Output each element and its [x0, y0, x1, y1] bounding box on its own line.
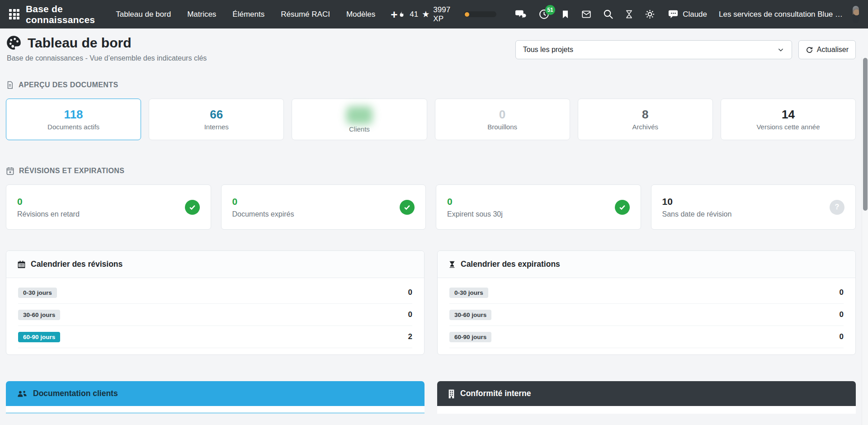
archives-value: 8: [642, 108, 648, 121]
nav-item-tableau-de-bord[interactable]: Tableau de bord: [116, 10, 171, 19]
nav-links: Tableau de bord Matrices Éléments Résumé…: [116, 10, 375, 19]
range-badge-highlighted: 60-90 jours: [18, 332, 60, 342]
panel-title: Documentation clients: [33, 389, 118, 398]
panel-calendrier-expirations: Calendrier des expirations 0-30 jours 0 …: [437, 250, 856, 355]
range-badge: 0-30 jours: [449, 288, 488, 298]
gamification-cluster: 41 ★ 3997 XP: [397, 5, 496, 24]
internes-value: 66: [210, 108, 223, 121]
nav-item-modeles[interactable]: Modèles: [346, 10, 375, 19]
panel-body-strip: [6, 412, 425, 414]
building-icon: [448, 389, 455, 398]
calendar-panels-row: Calendrier des révisions 0-30 jours 0 30…: [6, 250, 856, 355]
nav-item-resume-raci[interactable]: Résumé RACI: [281, 10, 330, 19]
document-icon: [6, 80, 14, 90]
app-brand[interactable]: Base de connaissances: [9, 4, 95, 25]
scrollbar-thumb[interactable]: [863, 58, 868, 211]
row-value: 0: [840, 332, 844, 341]
app-title[interactable]: Base de connaissances: [26, 4, 95, 25]
page-scrollbar[interactable]: [862, 57, 868, 425]
versions-annee-label: Versions cette année: [756, 123, 820, 131]
refresh-button[interactable]: Actualiser: [798, 40, 856, 59]
row-value: 2: [408, 332, 412, 341]
range-badge: 30-60 jours: [18, 310, 60, 320]
expiration-row-60-90: 60-90 jours 0: [449, 326, 844, 348]
revisions-en-retard-value: 0: [17, 196, 80, 207]
documents-actifs-value: 118: [64, 108, 83, 121]
archives-label: Archivés: [632, 123, 659, 131]
users-icon: [17, 389, 28, 398]
stat-documents-expires[interactable]: 0 Documents expirés: [221, 184, 426, 230]
xp-count: 3997 XP: [433, 5, 458, 24]
revision-row-0-30: 0-30 jours 0: [18, 282, 412, 304]
calendar-x-icon: [6, 166, 14, 175]
gear-icon[interactable]: [645, 9, 655, 19]
card-versions-annee[interactable]: 14 Versions cette année: [721, 99, 856, 140]
page-header: Tableau de bord Base de connaissances - …: [6, 35, 856, 62]
row-value: 0: [408, 310, 412, 319]
assistant-menu[interactable]: Claude: [668, 9, 707, 19]
documents-actifs-label: Documents actifs: [47, 123, 99, 131]
clients-value-redacted: [346, 106, 373, 124]
refresh-label: Actualiser: [817, 46, 849, 54]
flame-icon: [397, 10, 406, 19]
nav-item-elements[interactable]: Éléments: [232, 10, 264, 19]
revisions-en-retard-label: Révisions en retard: [17, 210, 80, 218]
question-circle-icon: ?: [830, 200, 844, 215]
stat-expirent-sous-30j[interactable]: 0 Expirent sous 30j: [436, 184, 641, 230]
card-clients[interactable]: Clients: [292, 99, 427, 140]
versions-annee-value: 14: [782, 108, 795, 121]
panel-title: Conformité interne: [460, 389, 531, 398]
row-value: 0: [840, 288, 844, 297]
expirent-sous-30j-label: Expirent sous 30j: [447, 210, 503, 218]
chat-bubbles-icon[interactable]: [515, 9, 527, 20]
sans-date-revision-value: 10: [662, 196, 732, 207]
row-value: 0: [408, 288, 412, 297]
expiration-row-0-30: 0-30 jours 0: [449, 282, 844, 304]
hourglass-icon[interactable]: [625, 9, 633, 19]
project-filter-select[interactable]: Tous les projets: [515, 40, 792, 59]
panel-conformite-interne: Conformité interne: [437, 381, 856, 414]
navbar-icons: 51: [515, 9, 655, 20]
documents-section-title: APERÇU DES DOCUMENTS: [19, 81, 118, 89]
range-badge: 0-30 jours: [18, 288, 57, 298]
panel-body: [6, 406, 425, 412]
panel-title: Calendrier des révisions: [31, 260, 123, 269]
organization-switcher[interactable]: Les services de consultation Blue …: [719, 10, 843, 19]
panel-body: [437, 406, 856, 414]
revision-row-60-90: 60-90 jours 2: [18, 326, 412, 348]
documents-section-header: APERÇU DES DOCUMENTS: [6, 80, 856, 90]
stat-revisions-en-retard[interactable]: 0 Révisions en retard: [6, 184, 211, 230]
brouillons-value: 0: [499, 108, 505, 121]
hourglass-solid-icon: [448, 260, 456, 269]
xp-progress-bar: [464, 11, 496, 17]
page-subtitle: Base de connaissances - Vue d’ensemble d…: [7, 54, 207, 62]
stat-sans-date-revision[interactable]: 10 Sans date de révision ?: [651, 184, 856, 230]
bookmark-icon[interactable]: [561, 9, 570, 19]
user-avatar[interactable]: [853, 6, 859, 23]
apps-grid-icon[interactable]: [9, 9, 19, 19]
documents-expires-label: Documents expirés: [232, 210, 294, 218]
bottom-panels-row: Documentation clients Conformité interne: [6, 381, 856, 414]
history-clock-icon[interactable]: 51: [538, 9, 550, 20]
streak-count: 41: [410, 10, 418, 19]
top-navbar: Base de connaissances Tableau de bord Ma…: [0, 0, 868, 28]
nav-item-matrices[interactable]: Matrices: [187, 10, 216, 19]
documents-expires-value: 0: [232, 196, 294, 207]
revisions-section-header: RÉVISIONS ET EXPIRATIONS: [6, 166, 856, 175]
row-value: 0: [840, 310, 844, 319]
assistant-bubble-icon: [668, 9, 679, 19]
add-tab-button[interactable]: +: [391, 9, 397, 20]
card-archives[interactable]: 8 Archivés: [578, 99, 713, 140]
search-icon[interactable]: [603, 9, 613, 19]
card-internes[interactable]: 66 Internes: [149, 99, 284, 140]
card-documents-actifs[interactable]: 118 Documents actifs: [6, 99, 141, 140]
document-cards-row: 118 Documents actifs 66 Internes Clients…: [6, 99, 856, 140]
panel-documentation-clients: Documentation clients: [6, 381, 425, 414]
expiration-row-30-60: 30-60 jours 0: [449, 304, 844, 326]
check-circle-icon: [185, 200, 200, 215]
mail-icon[interactable]: [581, 9, 592, 19]
card-brouillons[interactable]: 0 Brouillons: [435, 99, 570, 140]
palette-icon: [6, 35, 22, 51]
revisions-section-title: RÉVISIONS ET EXPIRATIONS: [19, 167, 124, 175]
range-badge: 60-90 jours: [449, 332, 491, 342]
